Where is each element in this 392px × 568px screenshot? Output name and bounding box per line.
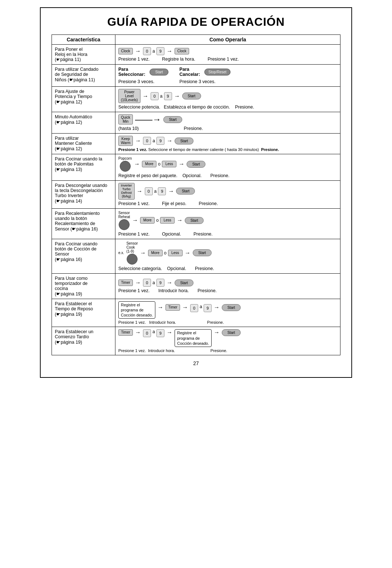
num-0e-button[interactable]: 0 [143,279,151,287]
table-row: Para Ajuste dePotencia y Tiempo(☛página … [52,87,340,112]
presione-1d-label: Presione 1 vez. [118,232,150,237]
main-table: Característica Como Operarla Para Poner … [52,34,340,355]
timer-button2[interactable]: Timer [166,304,180,311]
page-title: GUÍA RAPIDA DE OPERACIÓN [52,15,340,29]
arrow-icon: → [135,48,141,54]
num-9b-button[interactable]: 9 [164,92,172,100]
arrow-icon: → [135,329,141,336]
arrow-icon2: → [167,279,172,286]
presione7-label: Presione. [197,288,217,293]
presione-label: Presione. [235,105,254,110]
start-button-popcorn[interactable]: Start [187,161,205,168]
num-0g-button[interactable]: 0 [143,329,151,337]
sensor-reheat-button[interactable] [119,219,130,230]
sensor-cook-button[interactable] [127,254,138,265]
feature-label: Para Establecer elTiempo de Reposo(☛pági… [52,299,115,327]
table-row: Minuto Automático(☛página 12) QuickMin —… [52,112,340,134]
arrow-icon2: → [167,48,172,54]
timer-button3[interactable]: Timer [118,329,133,336]
table-row: Para Establecer unComienzo Tardío(☛págin… [52,327,340,355]
more-button-cook[interactable]: More [148,250,163,256]
less-button-reheat[interactable]: Less [160,217,175,224]
num-0d-button[interactable]: 0 [145,187,153,195]
feature-label: Para Cocinar usando labotón de Palomitas… [52,154,115,181]
quick-min-button[interactable]: QuickMin [118,114,133,124]
instruction-cell: Clock → 0 a 9 → Clock Presione 1 vez. Re… [115,45,340,65]
page: GUÍA RAPIDA DE OPERACIÓN Característica … [40,7,352,378]
clock-button[interactable]: Clock [118,48,133,54]
hasta-10-label: (hasta 10) [118,126,139,131]
table-row: Para Usar comotemporizador decocina(☛pág… [52,273,340,299]
num-9c-button[interactable]: 9 [156,137,164,145]
feature-label: Para Poner elReloj en la Hora(☛página 11… [52,45,115,65]
popcorn-button[interactable] [120,161,131,172]
more-button-popcorn[interactable]: More [142,161,156,167]
start-button-quick[interactable]: Start [163,116,182,123]
more-button-reheat[interactable]: More [140,217,155,224]
num-9d-button[interactable]: 9 [158,187,166,195]
start-button-cook[interactable]: Start [193,249,212,256]
start-button-reheat[interactable]: Start [185,217,204,224]
start-button-defrost[interactable]: Start [176,188,195,195]
table-row: Para utilizar Candadode Seguridad deNiño… [52,65,340,87]
arrow-icon2: → [167,329,172,336]
start-button-power[interactable]: Start [182,93,201,99]
start-button-lock[interactable]: Start [150,69,168,75]
presione-3b-label: Presione 3 veces. [179,79,230,84]
feature-label: Para Ajuste dePotencia y Tiempo(☛página … [52,87,115,112]
arrow-icon: → [134,161,140,167]
a7-text: a [152,329,155,334]
instruction-cell: Registre elprograma deCocción deseado. →… [115,299,340,327]
feature-label: Para Cocinar usandobotón de Cocción deSe… [52,239,115,273]
presione4-label: Presione. [199,201,218,206]
ex-label: e.x. [118,251,124,255]
num-9-button[interactable]: 9 [156,47,164,55]
start-button-rest[interactable]: Start [222,304,241,311]
arrow-icon: → [158,304,163,311]
table-row: Para Cocinar usandobotón de Cocción deSe… [52,239,340,273]
table-row: Para Establecer elTiempo de Reposo(☛pági… [52,299,340,327]
establezca-tiempo-label: Establezca el tiempo de cocción. [164,105,230,110]
num-0b-button[interactable]: 0 [151,92,159,100]
instruction-cell: ParaSeleccionar: Start Presione 3 veces.… [115,65,340,87]
stop-reset-button[interactable]: Stop/Reset [204,69,230,75]
registre-hora-label: Registre la hora. [162,57,195,62]
sensor-cook-label: SensorCook(1-9) [126,241,138,253]
opcional-label: Opcional. [183,173,202,178]
num-0c-button[interactable]: 0 [143,137,151,145]
num-0-button[interactable]: 0 [143,47,151,55]
arrow-icon2: → [167,138,172,144]
late-start-instruction: Presione 1 vez. Introducir hora. Presion… [118,348,337,353]
timer-button[interactable]: Timer [118,279,133,286]
arrow-icon2: → [179,161,184,167]
num-9e-button[interactable]: 9 [156,279,164,287]
table-row: Para Descongelar usandola tecla Desconge… [52,181,340,209]
keep-warm-button[interactable]: KeepWarm [118,136,133,146]
presione2-label: Presione. [184,126,203,131]
instruction-cell: Popcorn → More o Less → Start Registre e… [115,154,340,181]
feature-label: Para Establecer unComienzo Tardío(☛págin… [52,327,115,355]
arrow-icon2: → [182,304,188,311]
num-9g-button[interactable]: 9 [156,329,164,337]
presione5-label: Presione. [193,232,213,237]
power-level-button[interactable]: PowerLevel(10Levels) [118,89,140,103]
seleccione-potencia-label: Seleccione potencia. [118,105,160,110]
instruction-cell: InverterTurboDefrost(lb/kg) → 0 a 9 → St… [115,181,340,209]
start-button-timer[interactable]: Start [175,279,193,286]
a6-text: a [200,304,202,309]
table-row: Para Poner elReloj en la Hora(☛página 11… [52,45,340,65]
page-number: 27 [52,360,340,366]
less-button-popcorn[interactable]: Less [162,161,176,167]
start-button-keep[interactable]: Start [175,138,193,144]
opcional2-label: Opcional. [162,232,181,237]
start-button-late[interactable]: Start [222,329,241,336]
keep-warm-note: Presione 1 vez. Seleccione el tiempo de … [118,147,337,152]
rest-instruction: Presione 1 vez. Introducir hora. Presion… [118,320,337,324]
num-0f-button[interactable]: 0 [190,304,198,312]
num-9f-button[interactable]: 9 [204,304,212,312]
less-button-cook[interactable]: Less [168,250,183,256]
clock-button2[interactable]: Clock [175,48,189,54]
opcional3-label: Opcional. [167,266,186,271]
defrost-button[interactable]: InverterTurboDefrost(lb/kg) [118,183,135,200]
arrow-icon2: → [168,188,174,195]
